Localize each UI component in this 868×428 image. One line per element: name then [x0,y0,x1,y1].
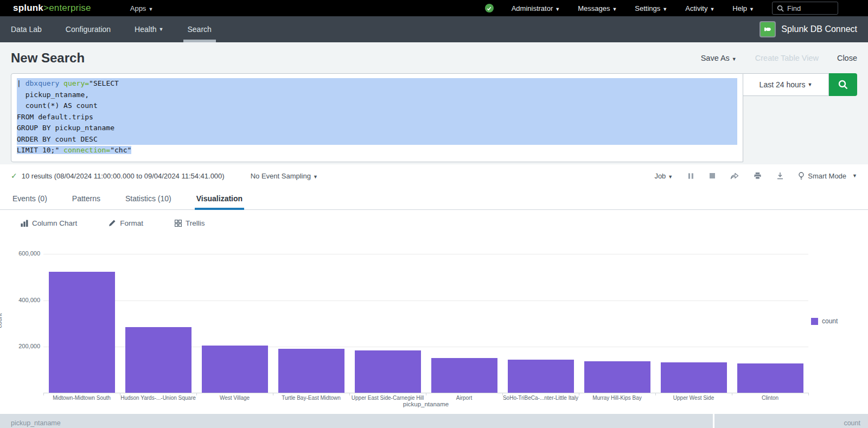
bar-5[interactable] [355,350,421,393]
pause-button[interactable] [687,173,694,180]
time-range-label: Last 24 hours [760,80,806,89]
db-connect-logo [760,21,776,37]
x-tick-mark [426,393,426,395]
nav-search[interactable]: Search [176,16,224,42]
chevron-down-icon: ▼ [555,7,560,12]
plug-icon [761,22,775,36]
format-button[interactable]: Format [108,219,143,227]
chart-type-button[interactable]: Column Chart [21,219,77,227]
x-tick-mark [196,393,197,395]
pencil-icon [108,219,116,227]
nav-label: Data Lab [11,25,42,34]
nav-data-lab[interactable]: Data Lab [11,16,54,42]
chevron-down-icon: ▼ [807,82,812,87]
chevron-down-icon: ▼ [148,7,153,12]
bar-6[interactable] [431,358,497,393]
x-tick-mark [43,393,44,395]
bar-10[interactable] [737,363,803,393]
job-menu[interactable]: Job▼ [654,172,673,180]
job-label: Job [654,172,666,180]
apps-menu[interactable]: Apps▼ [130,4,154,12]
export-button[interactable] [776,172,784,180]
bar-1[interactable] [49,272,115,393]
save-as-button[interactable]: Save As▼ [701,54,737,62]
bar-9[interactable] [661,362,727,393]
nav-health[interactable]: Health▼ [123,16,175,42]
legend-swatch[interactable] [811,318,818,325]
find-search-box[interactable] [772,2,838,15]
run-search-button[interactable] [829,73,857,96]
event-sampling-menu[interactable]: No Event Sampling▼ [251,172,318,180]
bar-4[interactable] [278,349,344,393]
search-icon [777,5,784,12]
x-tick-label: SoHo-TriBeCa-...nter-Little Italy [502,395,579,401]
table-column-count[interactable]: count [714,414,868,428]
menu-label: Administrator [512,4,553,12]
smart-mode-label: Smart Mode [808,172,846,180]
y-tick-label: 600,000 [2,250,40,257]
share-button[interactable] [730,172,739,180]
x-tick-mark [655,393,656,395]
menu-label: Activity [685,4,707,12]
bar-7[interactable] [508,360,574,393]
lightbulb-icon [799,172,804,180]
x-tick-label: Turtle Bay-East Midtown [273,395,349,401]
chart-legend: count [811,317,838,325]
create-table-view-button[interactable]: Create Table View [755,54,819,62]
pause-icon [687,173,694,180]
results-summary-group: ✓ 10 results (08/04/2024 11:00:00.000 to… [11,171,225,180]
menu-messages[interactable]: Messages▼ [578,4,617,12]
search-bar-row: | dbxquery query="SELECT pickup_ntaname,… [11,73,857,164]
menu-activity[interactable]: Activity▼ [685,4,714,12]
trellis-label: Trellis [186,219,205,227]
chart-type-label: Column Chart [32,219,77,227]
chevron-down-icon: ▼ [662,7,667,12]
print-button[interactable] [754,172,762,180]
table-column-pickup-ntaname[interactable]: pickup_ntaname [0,414,713,428]
trellis-button[interactable]: Trellis [175,219,205,227]
stop-button[interactable] [709,173,716,179]
bar-3[interactable] [202,346,268,393]
statistics-table-header: pickup_ntaname count [0,414,868,428]
x-tick-mark [732,393,732,395]
app-navbar: Data Lab Configuration Health▼ Search Sp… [0,16,868,42]
nav-label: Configuration [66,25,111,34]
legend-label: count [822,317,838,325]
bar-2[interactable] [125,327,192,393]
time-range-picker[interactable]: Last 24 hours▼ [743,73,829,96]
menu-help[interactable]: Help▼ [732,4,754,12]
search-mode-menu[interactable]: Smart Mode▼ [799,172,857,180]
y-axis-title: count [0,314,3,328]
logo-suffix: >enterprise [43,3,91,13]
share-icon [730,172,739,180]
x-tick-label: Hudson Yards-...-Union Square [120,395,196,401]
tab-events[interactable]: Events (0) [11,187,49,209]
menu-administrator[interactable]: Administrator▼ [512,4,560,12]
bar-8[interactable] [584,361,650,393]
y-tick-label: 400,000 [2,297,40,303]
tab-statistics[interactable]: Statistics (10) [124,187,173,209]
query-line: LIMIT 10;" connection="chc" [17,145,737,156]
nav-configuration[interactable]: Configuration [54,16,123,42]
results-bar: ✓ 10 results (08/04/2024 11:00:00.000 to… [0,164,868,187]
system-status-ok-icon[interactable] [485,4,494,12]
x-tick-label: Upper West Side [655,395,732,401]
trellis-grid-icon [175,220,182,227]
check-icon [487,6,492,11]
viz-controls: Column Chart Format Trellis [0,210,868,236]
find-input[interactable] [787,4,831,12]
app-identity[interactable]: Splunk DB Connect [760,16,857,42]
chevron-down-icon: ▼ [710,7,714,12]
nav-label: Health [135,25,156,34]
menu-settings[interactable]: Settings▼ [635,4,667,12]
menu-label: Settings [635,4,660,12]
splunk-logo[interactable]: splunk>enterprise [13,3,91,14]
query-editor[interactable]: | dbxquery query="SELECT pickup_ntaname,… [11,73,743,162]
topbar-right: Administrator▼ Messages▼ Settings▼ Activ… [485,2,838,15]
gridline [43,254,808,254]
tab-visualization[interactable]: Visualization [195,187,244,209]
tab-patterns[interactable]: Patterns [71,187,102,209]
x-tick-mark [502,393,503,395]
close-button[interactable]: Close [837,54,857,62]
page-title: New Search [11,50,85,66]
